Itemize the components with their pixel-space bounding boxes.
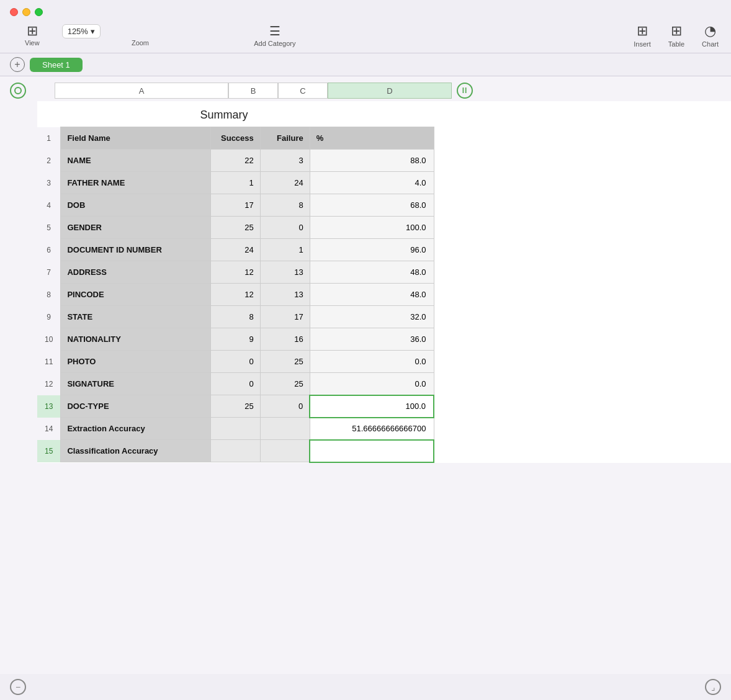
cell-failure-10[interactable]: 16: [260, 328, 310, 351]
cell-failure-9[interactable]: 17: [260, 306, 310, 328]
cell-field-12[interactable]: SIGNATURE: [61, 373, 210, 395]
col-header-c[interactable]: C: [278, 83, 328, 99]
cell-field-11[interactable]: PHOTO: [61, 351, 210, 373]
table-row: 10NATIONALITY91636.0: [37, 328, 434, 351]
cell-failure-12[interactable]: 25: [260, 373, 310, 395]
circle-select-indicator[interactable]: [10, 83, 26, 99]
cell-success-6[interactable]: 24: [210, 239, 260, 261]
col-header-a[interactable]: A: [55, 83, 228, 99]
cell-percent-6[interactable]: 96.0: [310, 239, 434, 261]
sheet-tabbar: + Sheet 1: [0, 53, 731, 76]
row-num-15: 15: [37, 440, 61, 462]
view-icon: ⊞: [27, 24, 38, 38]
cell-failure-8[interactable]: 13: [260, 284, 310, 306]
view-group[interactable]: ⊞ View: [12, 24, 52, 47]
zoom-out-button[interactable]: −: [10, 679, 26, 695]
zoom-button[interactable]: [35, 8, 43, 16]
cell-success-4[interactable]: 17: [210, 194, 260, 217]
cell-success-12[interactable]: 0: [210, 373, 260, 395]
add-sheet-button[interactable]: +: [10, 57, 25, 72]
table-group[interactable]: ⊞ Table: [668, 23, 684, 48]
pause-indicator[interactable]: II: [457, 83, 473, 99]
cell-percent-13[interactable]: 100.0: [310, 395, 434, 418]
resize-handle[interactable]: ⌟: [705, 679, 721, 695]
insert-icon: ⊞: [637, 23, 648, 39]
cell-field-5[interactable]: GENDER: [61, 217, 210, 239]
cell-percent-9[interactable]: 32.0: [310, 306, 434, 328]
row-num-4: 4: [37, 194, 61, 217]
cell-success-11[interactable]: 0: [210, 351, 260, 373]
table-title: Summary: [37, 101, 411, 127]
zoom-group[interactable]: 125% ▾ View: [52, 24, 113, 47]
cell-percent-12[interactable]: 0.0: [310, 373, 434, 395]
cell-percent-10[interactable]: 36.0: [310, 328, 434, 351]
cell-percent-15[interactable]: [310, 440, 434, 462]
chart-icon: ◔: [704, 23, 716, 39]
cell-field-15[interactable]: Classification Accuracy: [61, 440, 210, 462]
cell-field-14[interactable]: Extraction Accuracy: [61, 418, 210, 440]
table-row: 5GENDER250100.0: [37, 217, 434, 239]
table-row: 6DOCUMENT ID NUMBER24196.0: [37, 239, 434, 261]
cell-percent-14[interactable]: 51.66666666666700: [310, 418, 434, 440]
cell-field-2[interactable]: NAME: [61, 150, 210, 172]
row-num-3: 3: [37, 172, 61, 194]
cell-success-7[interactable]: 12: [210, 261, 260, 284]
cell-success-10[interactable]: 9: [210, 328, 260, 351]
row-num-12: 12: [37, 373, 61, 395]
cell-failure-3[interactable]: 24: [260, 172, 310, 194]
cell-failure-4[interactable]: 8: [260, 194, 310, 217]
cell-failure-7[interactable]: 13: [260, 261, 310, 284]
table-row: 4DOB17868.0: [37, 194, 434, 217]
minimize-button[interactable]: [22, 8, 30, 16]
table-row: 14Extraction Accuracy51.66666666666700: [37, 418, 434, 440]
data-table: 1 Field Name Success Failure % 2NAME2238…: [37, 127, 434, 463]
cell-failure-6[interactable]: 1: [260, 239, 310, 261]
cell-failure-14[interactable]: [260, 418, 310, 440]
cell-success-5[interactable]: 25: [210, 217, 260, 239]
chart-label: Chart: [702, 40, 719, 48]
zoom-arrow: ▾: [91, 27, 95, 36]
cell-percent-5[interactable]: 100.0: [310, 217, 434, 239]
insert-group[interactable]: ⊞ Insert: [634, 23, 651, 48]
cell-field-3[interactable]: FATHER NAME: [61, 172, 210, 194]
cell-percent-11[interactable]: 0.0: [310, 351, 434, 373]
sheet-tab-1[interactable]: Sheet 1: [30, 58, 83, 72]
cell-success-8[interactable]: 12: [210, 284, 260, 306]
cell-success-2[interactable]: 22: [210, 150, 260, 172]
cell-field-10[interactable]: NATIONALITY: [61, 328, 210, 351]
chart-group[interactable]: ◔ Chart: [702, 23, 719, 48]
col-header-d[interactable]: D: [328, 83, 452, 99]
cell-percent-7[interactable]: 48.0: [310, 261, 434, 284]
cell-percent-2[interactable]: 88.0: [310, 150, 434, 172]
bottom-bar: − ⌟: [0, 674, 731, 700]
cell-field-13[interactable]: DOC-TYPE: [61, 395, 210, 418]
cell-failure-15[interactable]: [260, 440, 310, 462]
cell-field-9[interactable]: STATE: [61, 306, 210, 328]
add-category-group[interactable]: ☰ Add Category: [155, 24, 395, 47]
col-header-b[interactable]: B: [228, 83, 278, 99]
cell-field-4[interactable]: DOB: [61, 194, 210, 217]
cell-success-15[interactable]: [210, 440, 260, 462]
cell-percent-3[interactable]: 4.0: [310, 172, 434, 194]
cell-failure-13[interactable]: 0: [260, 395, 310, 418]
select-dot: [14, 87, 22, 94]
cell-failure-11[interactable]: 25: [260, 351, 310, 373]
zoom-control[interactable]: 125% ▾: [62, 24, 101, 38]
cell-failure-2[interactable]: 3: [260, 150, 310, 172]
cell-failure-5[interactable]: 0: [260, 217, 310, 239]
zoom-text-label: Zoom: [132, 39, 149, 47]
cell-success-14[interactable]: [210, 418, 260, 440]
cell-percent-4[interactable]: 68.0: [310, 194, 434, 217]
cell-field-8[interactable]: PINCODE: [61, 284, 210, 306]
row-num-8: 8: [37, 284, 61, 306]
add-category-label: Add Category: [254, 40, 295, 47]
cell-success-9[interactable]: 8: [210, 306, 260, 328]
cell-success-13[interactable]: 25: [210, 395, 260, 418]
cell-field-7[interactable]: ADDRESS: [61, 261, 210, 284]
cell-percent-8[interactable]: 48.0: [310, 284, 434, 306]
zoom-value: 125%: [68, 27, 88, 36]
close-button[interactable]: [10, 8, 18, 16]
cell-success-3[interactable]: 1: [210, 172, 260, 194]
cell-field-6[interactable]: DOCUMENT ID NUMBER: [61, 239, 210, 261]
table-row: 3FATHER NAME1244.0: [37, 172, 434, 194]
